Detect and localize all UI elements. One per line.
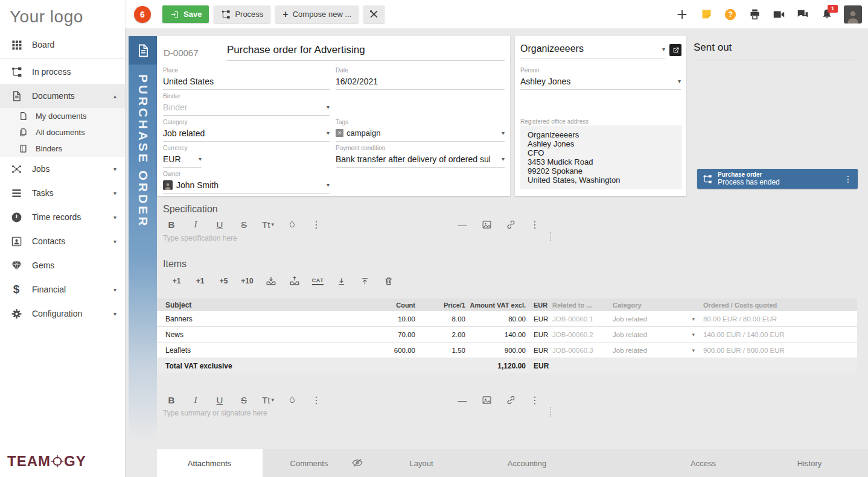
chevron-down-icon[interactable]: ▾ [199,156,202,162]
items-cell[interactable]: 140.00 [465,331,526,338]
chevron-down-icon[interactable]: ▾ [692,316,695,322]
ink-drop-icon[interactable] [280,220,304,229]
add-one-row-button[interactable]: +1 [165,277,188,285]
specification-editor[interactable]: Type specification here [163,234,237,242]
summary-editor[interactable]: Type summary or signature here [163,409,267,417]
items-cell[interactable]: JOB-00060.3 [552,347,613,354]
more-vertical-icon[interactable]: ⋮ [838,174,858,184]
items-cell[interactable]: 1.50 [415,347,465,354]
resize-handle[interactable] [550,232,551,241]
more-vertical-icon[interactable]: ⋮ [523,394,547,406]
tab-attachments[interactable]: Attachments [188,449,231,477]
sidebar-item-in-process[interactable]: In process [0,60,125,84]
strikethrough-icon[interactable]: S [232,220,256,230]
font-size-icon[interactable]: Tt▾ [256,395,280,405]
underline-icon[interactable]: U [208,395,232,405]
sidebar-item-gems[interactable]: Gems [0,253,125,277]
person-select[interactable]: Ashley Jones ▾ [520,75,681,90]
chevron-down-icon[interactable]: ▾ [678,78,681,84]
items-cell[interactable]: 600.00 [360,347,415,354]
items-cell[interactable]: 900.00 [465,347,526,354]
print-icon[interactable] [747,7,762,22]
chevron-down-icon[interactable]: ▾ [113,214,116,221]
tab-layout[interactable]: Layout [409,449,433,477]
chevron-down-icon[interactable]: ▾ [327,182,330,188]
category-select[interactable]: Job related ▾ [163,127,330,142]
video-icon[interactable] [771,7,786,22]
strikethrough-icon[interactable]: S [232,395,256,405]
bold-icon[interactable]: B [159,220,183,230]
chevron-down-icon[interactable]: ▾ [502,130,505,136]
horizontal-rule-icon[interactable]: — [450,395,474,405]
tags-select[interactable]: × campaign ▾ [336,127,505,142]
sidebar-item-time-records[interactable]: Time records ▾ [0,205,125,229]
move-row-down-icon[interactable] [330,277,353,286]
date-input[interactable]: 16/02/2021 [336,75,505,90]
delete-rows-icon[interactable] [377,276,400,286]
process-status-card[interactable]: Purchase order Process has ended ⋮ [697,169,858,189]
sidebar-item-configuration[interactable]: Configuration ▾ [0,302,125,326]
document-title-input[interactable]: Purchase order for Advertising [227,44,505,61]
sidebar-item-tasks[interactable]: Tasks ▾ [0,181,125,205]
insert-image-icon[interactable] [474,220,499,230]
chevron-down-icon[interactable]: ▾ [502,156,505,162]
items-cell[interactable]: 2.00 [415,331,465,338]
insert-one-row-button[interactable]: +1 [188,277,212,285]
horizontal-rule-icon[interactable]: — [450,220,474,230]
binder-select[interactable]: Binder ▾ [163,101,330,116]
sidebar-item-contacts[interactable]: Contacts ▾ [0,229,125,253]
open-company-button[interactable] [669,44,681,56]
tab-history[interactable]: History [797,449,822,477]
items-cell[interactable]: Job related▾ [613,315,703,323]
owner-select[interactable]: John Smith ▾ [163,179,330,194]
items-cell[interactable]: JOB-00060.1 [552,315,613,323]
items-cell[interactable]: 80.00 [465,315,526,323]
items-cell[interactable]: 8.00 [415,315,465,323]
sidebar-item-binders[interactable]: Binders [0,141,125,157]
chevron-down-icon[interactable]: ▾ [113,190,116,197]
notifications-bell-icon[interactable]: 1 [820,7,834,22]
eye-slash-icon[interactable] [352,457,363,471]
currency-select[interactable]: EUR ▾ [163,153,202,168]
items-cell[interactable]: 10.00 [360,315,415,323]
sidebar-item-jobs[interactable]: Jobs ▾ [0,157,125,181]
chevron-down-icon[interactable]: ▾ [662,46,665,52]
italic-icon[interactable]: I [183,395,208,405]
chat-icon[interactable] [796,7,810,22]
move-row-up-icon[interactable] [353,277,377,286]
sidebar-item-documents[interactable]: Documents ▴ [0,84,125,108]
place-input[interactable]: United States [163,75,330,90]
insert-image-icon[interactable] [474,395,499,405]
tab-comments[interactable]: Comments [290,449,328,477]
catalog-icon[interactable]: CAT [306,277,330,285]
more-vertical-icon[interactable]: ⋮ [304,394,328,406]
chevron-down-icon[interactable]: ▾ [113,166,116,172]
sidebar-item-board[interactable]: Board [0,33,125,57]
save-button[interactable]: Save [162,5,209,23]
sticky-note-icon[interactable] [699,7,713,22]
chevron-down-icon[interactable]: ▾ [692,332,695,338]
add-five-rows-button[interactable]: +5 [212,277,235,285]
tools-button[interactable] [363,5,385,23]
chevron-down-icon[interactable]: ▾ [327,130,330,136]
payment-condition-select[interactable]: Bank transfer after delivery of ordered … [336,153,505,168]
compose-new-button[interactable]: + Compose new ... [275,5,359,23]
more-vertical-icon[interactable]: ⋮ [304,219,328,230]
insert-link-icon[interactable] [499,395,523,405]
insert-link-icon[interactable] [499,220,523,230]
more-vertical-icon[interactable]: ⋮ [523,219,547,230]
tab-access[interactable]: Access [691,449,716,477]
chevron-down-icon[interactable]: ▾ [692,347,695,353]
items-cell[interactable]: News [157,330,360,339]
items-cell[interactable]: Banners [157,315,360,323]
italic-icon[interactable]: I [183,220,208,230]
underline-icon[interactable]: U [208,220,232,230]
items-cell[interactable]: Job related▾ [613,331,703,338]
font-size-icon[interactable]: Tt▾ [256,220,280,230]
chevron-down-icon[interactable]: ▾ [113,311,116,317]
user-avatar[interactable] [844,5,862,24]
add-ten-rows-button[interactable]: +10 [235,277,259,285]
chevron-down-icon[interactable]: ▾ [113,238,116,245]
export-rows-icon[interactable] [282,276,306,286]
sidebar-item-my-documents[interactable]: My documents [0,108,125,124]
